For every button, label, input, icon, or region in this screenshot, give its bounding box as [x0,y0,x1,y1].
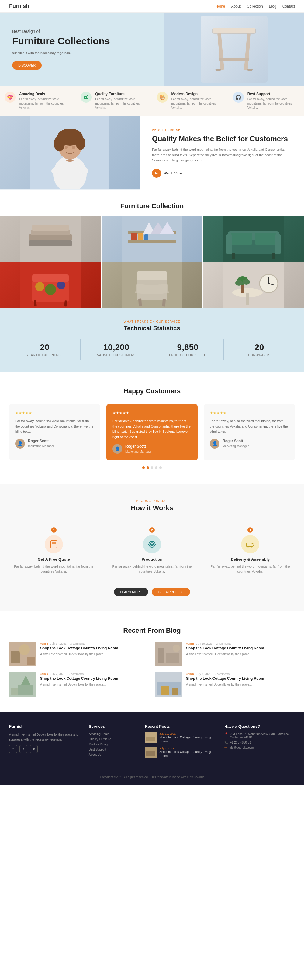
gallery-item-2[interactable] [102,216,202,262]
stat-products: 9,850 PRODUCT COMPLETED [152,339,224,360]
gallery-image-3 [203,216,304,262]
watch-video-button[interactable]: ▶ Watch Video [152,169,183,178]
blog-post-2[interactable]: Admin July 10, 2021 · 2 comments Shop th… [155,642,295,667]
step-desc-3: Far far away, behind the word mountains,… [210,564,290,574]
step-title-1: Get A Free Quote [14,557,94,562]
author-name-3: Roger Scott [223,438,249,444]
nav-contact[interactable]: Contact [282,4,295,8]
nav-about[interactable]: About [231,4,241,8]
testimonial-1: ★★★★★ Far far away, behind the word moun… [9,404,100,460]
stars-1: ★★★★★ [15,410,94,416]
watch-label: Watch Video [164,172,183,175]
about-subtitle: ABOUT FURNISH [152,128,292,132]
learn-more-button[interactable]: LEARN MORE [114,588,148,596]
gallery-item-5[interactable] [102,262,202,308]
svg-rect-2 [244,33,251,70]
location-icon: 📍 [224,732,228,736]
dot-5[interactable] [159,466,162,469]
svg-rect-26 [138,233,143,240]
amazing-deals-icon: 💝 [5,92,16,103]
step-num-1: 1 [51,527,57,533]
footer-address: 📍 203 Fake St. Mountain View, San Franci… [224,732,295,739]
svg-rect-80 [11,651,20,663]
footer-post-img-1 [145,732,157,743]
footer-services-list: Amazing Deals Quality Furniture Modern D… [89,732,136,756]
svg-rect-92 [161,686,169,695]
blog-meta-1: Admin July 17, 2021 · 2 comments [40,642,118,645]
nav-blog[interactable]: Blog [269,4,276,8]
stat-products-label: PRODUCT COMPLETED [155,353,220,357]
feature-title-4: Best Support [247,92,299,96]
instagram-icon[interactable]: in [30,745,38,753]
gallery-item-4[interactable] [0,262,101,308]
dot-3[interactable] [151,466,153,469]
svg-point-43 [45,284,56,295]
feature-amazing-deals: 💝 Amazing Deals Far far away, behind the… [0,86,76,116]
step-icon-3 [241,535,259,554]
dot-4[interactable] [155,466,158,469]
footer-grid: Furnish A small river named Duden flows … [9,724,295,762]
svg-rect-27 [145,234,148,240]
testimonial-text-1: Far far away, behind the word mountains,… [15,418,94,434]
service-item-2[interactable]: Quality Furniture [89,738,136,741]
how-grid: 1 Get A Free Quote Far far away, behind … [9,521,295,580]
blog-card-desc-1: A small river named Duden flows by their… [40,652,118,656]
svg-point-78 [251,546,252,547]
step-title-2: Production [112,557,192,562]
blog-title: Recent From Blog [9,627,295,635]
copyright-text: Copyright ©2021 All rights reserved | Th… [100,775,204,779]
footer-post-1[interactable]: July 10, 2021 Shop the Look Cottage Coun… [145,732,215,743]
collection-section: Furniture Collection [0,190,304,308]
blog-post-3[interactable]: Admin July 7, 2021 · 2 comments Shop the… [9,673,149,697]
nav: Home About Collection Blog Contact [215,4,295,8]
service-item-1[interactable]: Amazing Deals [89,732,136,736]
step-num-2: 2 [149,527,155,533]
service-item-3[interactable]: Modern Design [89,743,136,746]
blog-card-desc-4: A small river named Duden flows by their… [186,682,264,687]
blog-content-3: Admin July 7, 2021 · 2 comments Shop the… [40,673,118,687]
footer-contact-col: Have a Questions? 📍 203 Fake St. Mountai… [224,724,295,762]
how-works-section: PRODUCTION USE How it Works 1 Get A Free… [0,484,304,611]
svg-rect-95 [146,737,155,741]
footer-services-title: Services [89,724,136,729]
svg-rect-39 [272,253,275,259]
discover-button[interactable]: DISCOVER [12,61,41,70]
gallery-item-1[interactable] [0,216,101,262]
blog-post-1[interactable]: Admin July 17, 2021 · 2 comments Shop th… [9,642,149,667]
testimonial-text-2: Far far away, behind the word mountains,… [113,418,191,440]
facebook-icon[interactable]: f [9,745,17,753]
twitter-icon[interactable]: t [19,745,27,753]
svg-point-63 [243,279,250,285]
gallery-item-6[interactable] [203,262,304,308]
avatar-3: 👤 [210,439,220,449]
footer-post-2[interactable]: July 7, 2021 Shop the Look Cottage Count… [145,747,215,758]
stat-experience-label: YEAR OF EXPERIENCE [12,353,77,357]
modern-icon: 🎨 [157,92,168,103]
stat-awards: 20 OUR AWARDS [224,339,295,360]
dot-1[interactable] [142,466,145,469]
footer-contact-title: Have a Questions? [224,724,295,729]
blog-post-4[interactable]: Admin July 7, 2021 · 2 comments Shop the… [155,673,295,697]
svg-point-44 [57,281,65,289]
feature-title-3: Modern Design [172,92,223,96]
service-item-5[interactable]: About Us [89,753,136,756]
nav-home[interactable]: Home [215,4,225,8]
feature-desc-3: Far far away, behind the word mountains,… [172,97,223,110]
service-item-4[interactable]: Best Support [89,748,136,751]
svg-point-81 [19,644,30,655]
feature-title-1: Amazing Deals [19,92,71,96]
stat-customers: 10,200 SATISFIED CUSTOMERS [81,339,152,360]
logo: Furnish [9,3,29,10]
blog-meta-4: Admin July 7, 2021 · 2 comments [186,673,264,676]
stat-products-number: 9,850 [155,342,220,352]
step-desc-2: Far far away, behind the word mountains,… [112,564,192,574]
svg-rect-25 [131,233,137,240]
footer-post-date-1: July 10, 2021 [159,732,215,735]
feature-title-2: Quality Furniture [95,92,147,96]
how-subtitle: PRODUCTION USE [9,499,295,503]
author-role-1: Marketing Manager [28,444,54,449]
nav-collection[interactable]: Collection [247,4,263,8]
gallery-item-3[interactable] [203,216,304,262]
get-quote-button[interactable]: GET A PROJECT [152,588,190,596]
dot-2[interactable] [146,466,149,469]
